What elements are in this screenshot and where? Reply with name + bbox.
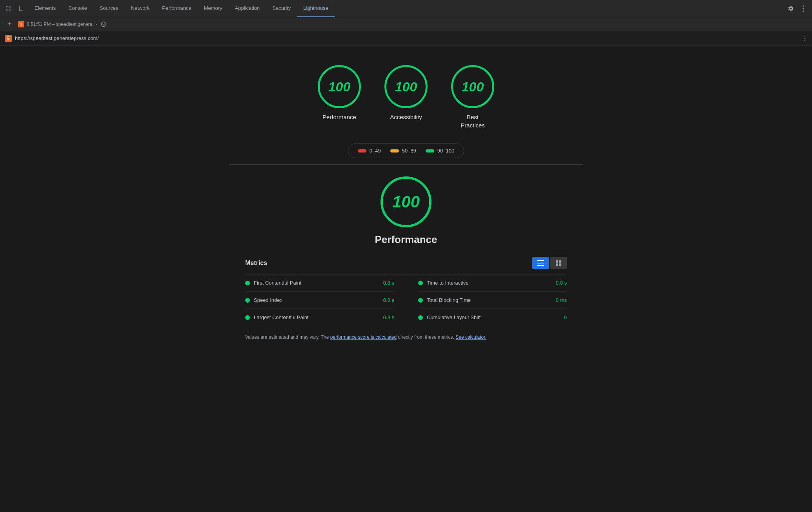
more-options-btn[interactable] <box>798 3 809 14</box>
score-label-performance: Performance <box>322 113 356 121</box>
legend-range-red: 0–49 <box>370 148 381 154</box>
devtools-tabs: Elements Console Sources Network Perform… <box>28 0 784 17</box>
legend-dot-green <box>426 149 434 153</box>
svg-rect-15 <box>559 260 561 263</box>
section-divider <box>229 164 583 165</box>
svg-point-7 <box>803 8 804 9</box>
metric-value-tbt: 0 ms <box>556 297 567 303</box>
metric-dot-fcp <box>245 281 250 285</box>
legend-range-orange: 50–89 <box>402 148 416 154</box>
legend-item-red: 0–49 <box>358 148 381 154</box>
note-link-see[interactable]: See calculator. <box>455 334 486 340</box>
score-circle-best-practices: 100 <box>451 65 494 108</box>
metric-name-lcp: Largest Contentful Paint <box>254 314 379 320</box>
tab-dropdown-icon[interactable] <box>95 22 98 26</box>
device-toggle-btn[interactable] <box>16 3 27 14</box>
metric-name-cls: Cumulative Layout Shift <box>427 314 560 320</box>
inspect-icon-btn[interactable] <box>3 3 14 14</box>
svg-rect-16 <box>556 263 558 266</box>
svg-rect-11 <box>537 260 544 261</box>
legend-item-green: 90–100 <box>426 148 454 154</box>
svg-rect-12 <box>537 263 544 263</box>
metric-row-tbt: Total Blocking Time 0 ms <box>418 292 567 309</box>
metrics-title: Metrics <box>245 260 267 267</box>
legend-range-green: 90–100 <box>437 148 454 154</box>
score-label-best-practices: BestPractices <box>461 113 485 129</box>
metric-name-si: Speed Index <box>254 297 379 303</box>
svg-point-6 <box>803 5 804 7</box>
metric-dot-lcp <box>245 315 250 320</box>
tab-network[interactable]: Network <box>125 0 156 17</box>
score-value-accessibility: 100 <box>395 79 417 94</box>
lighthouse-wrapper: 100 Performance 100 Accessibility 100 Be… <box>229 45 583 364</box>
devtools-tabbar: + G 8:51:51 PM – speedtest.genera <box>0 17 812 31</box>
metrics-grid: First Contentful Paint 0.8 s Speed Index… <box>245 274 567 326</box>
tab-favicon: G <box>18 21 24 27</box>
note-mid: directly from these metrics. <box>397 334 455 340</box>
score-label-accessibility: Accessibility <box>390 113 422 121</box>
tab-favicon-text: G <box>20 22 22 26</box>
tab-security[interactable]: Security <box>266 0 297 17</box>
metric-value-lcp: 0.8 s <box>383 314 394 320</box>
url-favicon: G <box>5 35 12 42</box>
metric-row-si: Speed Index 0.8 s <box>245 292 394 309</box>
tab-close-icon[interactable] <box>101 22 106 27</box>
legend-container: 0–49 50–89 90–100 <box>348 143 464 158</box>
tab-sources[interactable]: Sources <box>93 0 125 17</box>
metric-row-cls: Cumulative Layout Shift 0 <box>418 309 567 326</box>
url-more-btn[interactable]: ⋮ <box>802 35 807 41</box>
svg-rect-0 <box>6 6 8 8</box>
metric-dot-tti <box>418 281 423 285</box>
tab-application[interactable]: Application <box>229 0 266 17</box>
metric-value-cls: 0 <box>564 314 567 320</box>
url-text[interactable]: https://speedtest.generatepress.com/ <box>15 35 99 41</box>
legend-item-orange: 50–89 <box>390 148 416 154</box>
svg-rect-14 <box>556 260 558 263</box>
performance-section: 100 Performance Metrics <box>229 169 583 349</box>
tab-timestamp: 8:51:51 PM – speedtest.genera <box>27 22 92 27</box>
devtools-topbar: Elements Console Sources Network Perform… <box>0 0 812 17</box>
settings-btn[interactable] <box>785 3 796 14</box>
metric-value-tti: 0.8 s <box>556 280 567 286</box>
metrics-col-left: First Contentful Paint 0.8 s Speed Index… <box>245 274 406 326</box>
main-content: 100 Performance 100 Accessibility 100 Be… <box>0 45 812 512</box>
toggle-grid-btn[interactable] <box>550 257 567 269</box>
perf-title: Performance <box>245 234 567 246</box>
metric-row-lcp: Largest Contentful Paint 0.8 s <box>245 309 394 326</box>
tab-memory[interactable]: Memory <box>198 0 229 17</box>
svg-rect-13 <box>537 265 544 266</box>
tab-performance[interactable]: Performance <box>156 0 197 17</box>
metric-dot-cls <box>418 315 423 320</box>
tab-lighthouse[interactable]: Lighthouse <box>297 0 335 17</box>
score-performance[interactable]: 100 Performance <box>318 65 361 121</box>
score-accessibility[interactable]: 100 Accessibility <box>384 65 428 121</box>
new-tab-btn[interactable]: + <box>4 19 15 30</box>
metric-row-fcp: First Contentful Paint 0.8 s <box>245 274 394 292</box>
metric-name-fcp: First Contentful Paint <box>254 280 379 286</box>
metric-dot-si <box>245 298 250 303</box>
legend-dot-orange <box>390 149 399 153</box>
perf-score-number: 100 <box>392 192 420 211</box>
metric-value-fcp: 0.8 s <box>383 280 394 286</box>
toggle-list-btn[interactable] <box>532 257 549 269</box>
url-bar: G https://speedtest.generatepress.com/ ⋮ <box>0 31 812 45</box>
score-circle-accessibility: 100 <box>384 65 428 108</box>
score-value-best-practices: 100 <box>462 79 484 94</box>
metrics-col-right: Time to Interactive 0.8 s Total Blocking… <box>406 274 567 326</box>
tab-elements[interactable]: Elements <box>28 0 62 17</box>
metric-dot-tbt <box>418 298 423 303</box>
score-value-performance: 100 <box>328 79 351 94</box>
metric-value-si: 0.8 s <box>383 297 394 303</box>
legend-bar: 0–49 50–89 90–100 <box>229 143 583 158</box>
tab-info: G 8:51:51 PM – speedtest.genera <box>18 21 106 27</box>
metric-name-tti: Time to Interactive <box>427 280 552 286</box>
svg-rect-2 <box>9 6 11 8</box>
score-circle-performance: 100 <box>318 65 361 108</box>
tab-console[interactable]: Console <box>62 0 93 17</box>
svg-rect-17 <box>559 263 561 266</box>
note-link-calculator[interactable]: performance score is calculated <box>330 334 397 340</box>
metric-row-tti: Time to Interactive 0.8 s <box>418 274 567 292</box>
metrics-note: Values are estimated and may vary. The p… <box>245 334 567 341</box>
score-best-practices[interactable]: 100 BestPractices <box>451 65 494 129</box>
devtools-tab-end <box>785 3 809 14</box>
